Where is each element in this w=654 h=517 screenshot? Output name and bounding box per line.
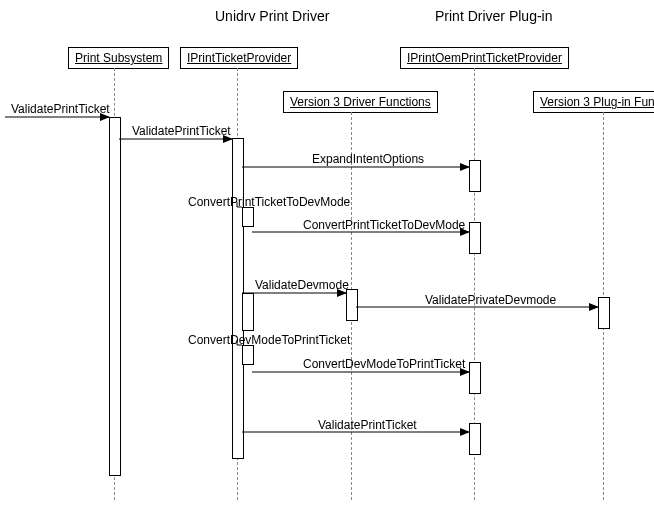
msg-label-2: ExpandIntentOptions <box>312 152 424 166</box>
participant-label: Version 3 Plug-in Functions <box>540 95 654 109</box>
msg-label-4: ConvertPrintTicketToDevMode <box>303 218 465 232</box>
participant-v3-driver-functions: Version 3 Driver Functions <box>283 91 438 113</box>
activation-oem-4 <box>469 423 481 455</box>
activation-print-subsystem <box>109 117 121 476</box>
participant-label: Version 3 Driver Functions <box>290 95 431 109</box>
msg-label-9: ValidatePrintTicket <box>318 418 417 432</box>
arrows-layer <box>0 0 654 517</box>
activation-plugin-1 <box>598 297 610 329</box>
participant-iprintticketprovider: IPrintTicketProvider <box>180 47 298 69</box>
activation-oem-2 <box>469 222 481 254</box>
msg-label-3: ConvertPrintTicketToDevMode <box>188 195 350 209</box>
activation-driver-1 <box>346 289 358 321</box>
activation-selfcall-1 <box>242 207 254 227</box>
msg-label-8: ConvertDevModeToPrintTicket <box>303 357 465 371</box>
participant-label: Print Subsystem <box>75 51 162 65</box>
participant-v3-plugin-functions: Version 3 Plug-in Functions <box>533 91 654 113</box>
msg-label-6: ValidatePrivateDevmode <box>425 293 556 307</box>
participant-iprintoemprintticketprovider: IPrintOemPrintTicketProvider <box>400 47 569 69</box>
sequence-diagram: Unidrv Print Driver Print Driver Plug-in… <box>0 0 654 517</box>
msg-label-0: ValidatePrintTicket <box>11 102 110 116</box>
activation-oem-1 <box>469 160 481 192</box>
participant-label: IPrintTicketProvider <box>187 51 291 65</box>
section-title-plugin: Print Driver Plug-in <box>435 8 552 24</box>
msg-label-5: ValidateDevmode <box>255 278 349 292</box>
participant-label: IPrintOemPrintTicketProvider <box>407 51 562 65</box>
msg-label-1: ValidatePrintTicket <box>132 124 231 138</box>
activation-oem-3 <box>469 362 481 394</box>
msg-label-7: ConvertDevModeToPrintTicket <box>188 333 350 347</box>
section-title-label: Print Driver Plug-in <box>435 8 552 24</box>
activation-selfcall-3 <box>242 345 254 365</box>
section-title-unidrv: Unidrv Print Driver <box>215 8 329 24</box>
activation-selfcall-2 <box>242 293 254 331</box>
participant-print-subsystem: Print Subsystem <box>68 47 169 69</box>
section-title-label: Unidrv Print Driver <box>215 8 329 24</box>
